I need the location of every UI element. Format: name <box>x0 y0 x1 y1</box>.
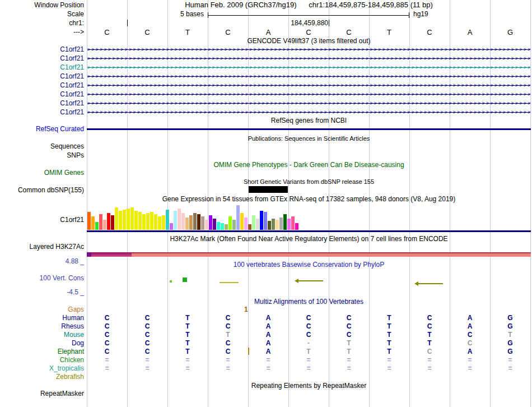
publications-track-title[interactable]: Publications: Sequences in Scientific Ar… <box>87 135 531 142</box>
gtex-expression-bar[interactable] <box>115 207 118 230</box>
gene-transcript-row[interactable]: >>>>>>>>>>>>>>>>>>>>>>>>>>>>>>>>>>>>>>>>… <box>87 45 530 54</box>
conservation-track-title[interactable]: 100 vertebrates Basewise Conservation by… <box>87 261 531 269</box>
gtex-expression-bar[interactable] <box>236 205 240 230</box>
gap-insert-count[interactable]: 1 <box>244 306 248 313</box>
gtex-expression-bar[interactable] <box>228 216 232 230</box>
gtex-expression-bar[interactable] <box>268 221 271 230</box>
phylop-negative-mark[interactable] <box>298 280 323 281</box>
refseq-dense-item[interactable] <box>87 128 531 130</box>
gtex-expression-bar[interactable] <box>291 216 295 230</box>
gencode-track-title[interactable]: GENCODE V49lift37 (3 items filtered out) <box>87 37 531 45</box>
gtex-expression-bar[interactable] <box>87 212 91 230</box>
gtex-expression-bar[interactable] <box>193 213 197 230</box>
repeatmasker-track-label[interactable]: RepeatMasker <box>40 390 84 397</box>
alignment-row-chicken[interactable]: =========== <box>87 356 531 364</box>
phylop-positive-mark[interactable] <box>170 280 172 283</box>
phylop-positive-mark[interactable] <box>183 278 187 282</box>
gtex-expression-bar[interactable] <box>103 220 106 230</box>
gtex-expression-bar[interactable] <box>119 211 122 230</box>
conservation-track-label[interactable]: 100 Vert. Cons <box>40 274 84 282</box>
sequences-track-label[interactable]: Sequences <box>50 142 84 150</box>
gtex-expression-bar[interactable] <box>123 210 126 230</box>
refseq-track-title[interactable]: RefSeq genes from NCBI <box>87 117 531 124</box>
species-label-x-tropicalis[interactable]: X_tropicalis <box>49 364 84 372</box>
species-label-elephant[interactable]: Elephant <box>58 348 84 355</box>
gtex-expression-bar[interactable] <box>91 216 95 230</box>
gtex-expression-bar[interactable] <box>197 214 200 230</box>
gtex-expression-bar[interactable] <box>205 220 208 230</box>
gtex-expression-bar[interactable] <box>95 222 99 230</box>
gtex-expression-bar[interactable] <box>260 211 263 230</box>
alignment-row-mouse[interactable]: CCTTACCTTCT <box>87 331 531 339</box>
gtex-expression-bar[interactable] <box>252 215 255 230</box>
gene-label[interactable]: C1orf21 <box>60 72 84 80</box>
phylop-negative-mark[interactable] <box>418 283 443 284</box>
gtex-expression-bar[interactable] <box>158 216 161 230</box>
h3k27ac-layered-signal[interactable] <box>87 252 531 257</box>
gtex-expression-bar[interactable] <box>138 212 142 230</box>
species-label-human[interactable]: Human <box>62 314 84 322</box>
gtex-expression-bar[interactable] <box>283 214 287 230</box>
gtex-expression-bar[interactable] <box>99 214 102 230</box>
gtex-expression-bar[interactable] <box>185 218 189 230</box>
gtex-expression-bar[interactable] <box>189 215 193 230</box>
gtex-expression-bar[interactable] <box>209 215 212 230</box>
gene-label[interactable]: C1orf21 <box>60 45 84 53</box>
gtex-track-title[interactable]: Gene Expression in 54 tissues from GTEx … <box>87 195 531 203</box>
gtex-expression-bar[interactable] <box>248 224 251 230</box>
gtex-expression-bar[interactable] <box>232 220 236 230</box>
gtex-expression-bar[interactable] <box>244 218 248 230</box>
gtex-expression-bar[interactable] <box>279 218 283 230</box>
omim-track-title[interactable]: OMIM Gene Phenotypes - Dark Green Can Be… <box>87 161 531 169</box>
gtex-expression-bar[interactable] <box>295 223 298 230</box>
snps-track-label[interactable]: SNPs <box>67 151 84 159</box>
species-label-zebrafish[interactable]: Zebrafish <box>56 373 84 381</box>
gtex-expression-bar[interactable] <box>150 212 153 230</box>
gtex-expression-bar[interactable] <box>256 219 259 230</box>
gtex-expression-bar[interactable] <box>107 213 110 230</box>
gene-transcript-row[interactable]: >>>>>>>>>>>>>>>>>>>>>>>>>>>>>>>>>>>>>>>>… <box>87 108 530 117</box>
gtex-gene-label[interactable]: C1orf21 <box>60 216 84 224</box>
gtex-expression-bar[interactable] <box>170 223 173 230</box>
gtex-expression-bar[interactable] <box>127 209 130 230</box>
gtex-expression-bar[interactable] <box>178 209 181 230</box>
gene-label[interactable]: C1orf21 <box>60 54 84 62</box>
refseq-curated-label[interactable]: RefSeq Curated <box>36 125 84 133</box>
gtex-expression-bar[interactable] <box>142 214 146 230</box>
gtex-expression-bar[interactable] <box>154 214 157 230</box>
alignment-row-human[interactable]: CCTCACCTCAG <box>87 314 531 322</box>
repeatmasker-track-title[interactable]: Repeating Elements by RepeatMasker <box>87 382 531 390</box>
gtex-expression-bar[interactable] <box>201 216 204 230</box>
gtex-expression-bar[interactable] <box>174 211 177 230</box>
gene-transcript-row[interactable]: >>>>>>>>>>>>>>>>>>>>>>>>>>>>>>>>>>>>>>>>… <box>87 90 530 99</box>
gtex-expression-bar[interactable] <box>146 213 150 230</box>
gene-transcript-row[interactable]: >>>>>>>>>>>>>>>>>>>>>>>>>>>>>>>>>>>>>>>>… <box>87 99 530 108</box>
phylop-negative-mark[interactable] <box>220 282 239 283</box>
gene-label[interactable]: C1orf21 <box>60 81 84 89</box>
species-label-mouse[interactable]: Mouse <box>64 331 84 339</box>
snp-variant-item[interactable] <box>249 186 288 193</box>
alignment-row-rhesus[interactable]: CCTCACCTCAG <box>87 322 531 331</box>
gene-transcript-row[interactable]: >>>>>>>>>>>>>>>>>>>>>>>>>>>>>>>>>>>>>>>>… <box>87 72 530 81</box>
gtex-expression-bar[interactable] <box>166 210 169 230</box>
gtex-expression-chart[interactable] <box>87 204 531 230</box>
gtex-expression-bar[interactable] <box>272 219 275 230</box>
alignment-row-elephant[interactable]: CCTCATTTCAG <box>87 348 531 356</box>
gtex-expression-bar[interactable] <box>240 213 244 230</box>
gtex-expression-bar[interactable] <box>264 212 267 230</box>
gtex-expression-bar[interactable] <box>217 222 220 230</box>
gene-transcript-row[interactable]: >>>>>>>>>>>>>>>>>>>>>>>>>>>>>>>>>>>>>>>>… <box>87 81 530 90</box>
dbsnp-track-title[interactable]: Short Genetic Variants from dbSNP releas… <box>87 178 531 186</box>
gene-label[interactable]: C1orf21 <box>60 90 84 98</box>
gtex-expression-bar[interactable] <box>130 207 134 230</box>
alignment-row-x-tropicalis[interactable]: =========== <box>87 364 531 373</box>
multiz-track-title[interactable]: Multiz Alignments of 100 Vertebrates <box>87 298 531 306</box>
gene-transcript-row[interactable]: >>>>>>>>>>>>>>>>>>>>>>>>>>>>>>>>>>>>>>>>… <box>87 54 530 63</box>
dbsnp-track-label[interactable]: Common dbSNP(155) <box>18 186 84 194</box>
species-label-chicken[interactable]: Chicken <box>60 356 84 364</box>
gtex-expression-bar[interactable] <box>221 223 224 230</box>
gene-label[interactable]: C1orf21 <box>60 63 84 71</box>
h3k27ac-track-title[interactable]: H3K27Ac Mark (Often Found Near Active Re… <box>87 235 531 243</box>
gtex-expression-bar[interactable] <box>225 224 228 230</box>
omim-genes-label[interactable]: OMIM Genes <box>44 169 84 177</box>
